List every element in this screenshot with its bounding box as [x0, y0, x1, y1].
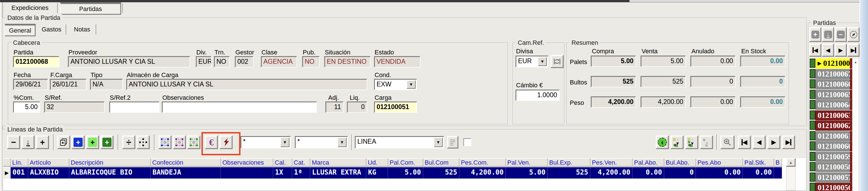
divisa-dropdown-icon[interactable]: ▼ — [538, 57, 547, 66]
column-header[interactable]: Pal.Ven. — [506, 158, 548, 167]
column-header[interactable]: Pal.Com. — [388, 158, 423, 167]
filter2-select[interactable]: * ▼ — [295, 136, 348, 148]
divisa-select[interactable]: EUR ▼ — [516, 56, 548, 67]
partida-locate-button[interactable] — [847, 27, 860, 42]
partidas-nav-prev-button[interactable]: ◀ — [822, 44, 834, 57]
add-lightgreen-button[interactable]: + — [86, 135, 99, 149]
partida-list-item[interactable]: 012100063 — [810, 110, 852, 120]
partida-list-item[interactable]: 012100058 — [810, 162, 852, 172]
partida-add-button[interactable]: + — [809, 27, 821, 42]
column-header[interactable]: Bul.Com — [423, 158, 460, 167]
column-header[interactable]: Cal. — [273, 158, 292, 167]
trn-field[interactable]: NO — [214, 56, 230, 67]
tab-partidas[interactable]: Partidas — [60, 2, 121, 15]
filter1-dropdown-icon[interactable]: ▼ — [280, 137, 289, 147]
quick-action-button[interactable] — [220, 135, 232, 149]
partida-insert-button[interactable]: ↓ — [822, 27, 834, 42]
line-add-button[interactable]: + — [36, 135, 49, 149]
tipo-field[interactable]: N/A — [90, 79, 123, 90]
column-header[interactable]: Artículo — [28, 158, 69, 167]
column-header[interactable]: Descripción — [69, 158, 151, 167]
column-header[interactable]: Pes.Abo — [696, 158, 743, 167]
view-mode-dropdown-icon[interactable]: ▼ — [434, 137, 443, 147]
column-header[interactable]: Ud. — [366, 158, 388, 167]
filter1-select[interactable]: * ▼ — [241, 136, 291, 148]
select-image-purple-button[interactable] — [173, 135, 186, 149]
proveedor-field[interactable]: ANTONIO LLUSAR Y CIA SL — [68, 56, 190, 67]
partidas-nav-last-button[interactable]: ▶ — [847, 44, 860, 57]
fcarga-field[interactable]: 26/01/21 — [50, 79, 87, 90]
distribute-button[interactable] — [137, 135, 150, 149]
partidas-scrollbar-track[interactable]: ▲ — [852, 58, 859, 191]
pub-field[interactable]: NO — [302, 56, 320, 67]
column-header[interactable]: Cat. — [292, 158, 310, 167]
partida-field[interactable]: 012100068 — [13, 56, 59, 67]
exchange-refresh-button[interactable] — [551, 55, 564, 68]
cond-dropdown-icon[interactable]: ▼ — [407, 80, 415, 89]
lines-nav-first-button[interactable]: ◀ — [738, 135, 751, 149]
table-scroll-up-button[interactable]: ▲ — [786, 158, 796, 167]
column-header[interactable]: Marca — [310, 158, 366, 167]
line-insert-button[interactable]: ↓ — [22, 135, 34, 149]
lines-nav-prev-button[interactable]: ◀ — [752, 135, 766, 149]
div-field[interactable]: EUR — [196, 56, 212, 67]
column-header[interactable]: Pes.Ven. — [590, 158, 632, 167]
partida-list-item[interactable]: 012100056 — [810, 183, 852, 191]
observaciones-field[interactable] — [162, 102, 317, 113]
cambio-field[interactable]: 1.0000 — [516, 89, 560, 101]
column-header[interactable]: Confección — [151, 158, 221, 167]
zoom-search-button[interactable] — [720, 135, 735, 149]
partida-list-item[interactable]: 012100064 — [810, 100, 852, 110]
add-darkgreen-button[interactable]: + — [100, 135, 114, 149]
tab-expediciones[interactable]: Expediciones — [3, 3, 58, 13]
carga-field[interactable]: 012100051 — [374, 102, 417, 113]
pcom-field[interactable]: 5.00 — [13, 102, 40, 113]
column-header[interactable]: B — [774, 158, 782, 167]
import-lines-alt-button[interactable] — [685, 135, 698, 149]
go-back-button[interactable]: ‹ — [656, 135, 669, 149]
partida-list-item[interactable]: 012100057 — [810, 172, 852, 183]
lines-nav-next-button[interactable]: ▶ — [767, 135, 780, 149]
select-image-green-button[interactable] — [187, 135, 200, 149]
partida-list-item[interactable]: ▶ 012100068 — [810, 58, 852, 69]
import-lines-button[interactable] — [671, 135, 684, 149]
prices-euro-button[interactable]: € — [205, 135, 218, 149]
sref-field[interactable]: 32 — [44, 102, 105, 113]
table-vertical-scrollbar[interactable] — [786, 167, 796, 190]
lines-table-row[interactable]: ▶ 001 ALXXBIO ALBARICOQUE BIO BANDEJA 1X… — [3, 167, 782, 179]
view-mode-select[interactable]: LINEA ▼ — [355, 136, 444, 148]
partida-delete-button[interactable]: − — [835, 27, 847, 42]
select-image-blue-button[interactable] — [158, 135, 172, 149]
fecha-field[interactable]: 29/06/21 — [13, 79, 48, 90]
column-header[interactable]: Pal.Stk. — [743, 158, 774, 167]
tab-notas[interactable]: Notas — [68, 24, 96, 34]
liq-field[interactable]: 0 — [347, 102, 367, 113]
column-header[interactable]: Lín. — [11, 158, 28, 167]
almacen-field[interactable]: ANTONIO LLUSAR Y CIA SL — [126, 79, 367, 90]
clase-field[interactable]: AGENCIA — [261, 56, 297, 67]
partida-list-item[interactable]: 012100067 — [810, 69, 852, 79]
situacion-field[interactable]: EN DESTINO — [324, 56, 371, 67]
partidas-nav-next-button[interactable]: ▶ — [835, 44, 847, 57]
add-blue-button[interactable]: + — [71, 135, 85, 149]
partida-list-item[interactable]: 012100061 — [810, 131, 852, 141]
column-header[interactable]: Bul.Exp. — [548, 158, 590, 167]
column-header[interactable]: Pes.Com. — [460, 158, 506, 167]
column-header[interactable]: Bul.Abo. — [664, 158, 696, 167]
lines-nav-last-button[interactable]: ▶ — [782, 135, 795, 149]
tab-general[interactable]: General — [4, 24, 36, 36]
partida-list-item[interactable]: 012100065 — [810, 89, 852, 100]
partidas-scroll-up-icon[interactable]: ▲ — [852, 58, 859, 64]
sref2-field[interactable] — [109, 102, 160, 113]
adj-field[interactable]: 11 — [326, 102, 343, 113]
line-delete-button[interactable]: − — [7, 135, 20, 149]
partida-list-item[interactable]: 012100059 — [810, 152, 852, 162]
toolbar-checkbox[interactable] — [463, 138, 471, 146]
gestor-field[interactable]: 002 — [235, 56, 253, 67]
partidas-nav-first-button[interactable]: ◀ — [809, 44, 821, 57]
partida-list-item[interactable]: 012100066 — [810, 79, 852, 89]
column-header[interactable]: Pal.Abo. — [632, 158, 664, 167]
estado-field[interactable]: VENDIDA — [374, 56, 421, 67]
cond-select[interactable]: EXW ▼ — [374, 79, 417, 90]
divide-button[interactable]: ÷ — [122, 135, 135, 149]
